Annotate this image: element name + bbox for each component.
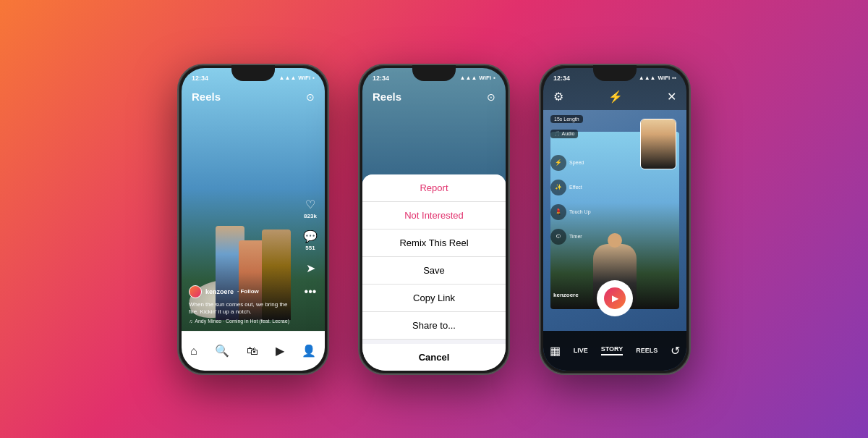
music-text: Andy Mineo · Coming in Hot (feat. Lecrae…: [195, 319, 289, 324]
close-icon[interactable]: ✕: [667, 90, 676, 104]
status-time-2: 12:34: [373, 75, 389, 82]
audio-badge: 🎵 Audio: [550, 130, 578, 138]
touchup-icon: 💄: [550, 204, 566, 220]
reels-title-1: Reels: [192, 90, 221, 103]
flash-icon[interactable]: ⚡: [608, 90, 623, 104]
bottom-nav-1: ⌂ 🔍 🛍 ▶ 👤: [182, 331, 325, 371]
phone-1: 12:34 ▲▲▲ WiFi ▪ Reels ⊙ ♡ 823k 💬 551 ➤: [177, 64, 329, 375]
status-time-3: 12:34: [553, 75, 570, 82]
cam-nav-flip-icon[interactable]: ↺: [671, 344, 680, 358]
cam-nav-live[interactable]: LIVE: [574, 347, 588, 354]
effect-tool[interactable]: ✨ Effect: [550, 180, 591, 195]
menu-item-save[interactable]: Save: [362, 257, 506, 285]
signal-icon-2: ▲▲▲: [460, 75, 477, 81]
menu-item-report[interactable]: Report: [362, 174, 506, 202]
effect-label: Effect: [569, 185, 582, 190]
shutter-button[interactable]: ▶: [597, 280, 633, 316]
context-menu: Report Not Interested Remix This Reel Sa…: [362, 174, 506, 371]
caption-text: When the sun comes out, we bring the fir…: [189, 301, 296, 316]
status-bar-1: 12:34 ▲▲▲ WiFi ▪: [182, 68, 325, 85]
status-bar-2: 12:34 ▲▲▲ WiFi ▪: [362, 68, 506, 85]
speed-tool[interactable]: ⚡ Speed: [550, 155, 591, 171]
menu-item-copy-link[interactable]: Copy Link: [362, 285, 506, 312]
bottom-caption: kenzoere · Follow When the sun comes out…: [189, 285, 296, 324]
comment-action[interactable]: 💬 551: [303, 229, 318, 251]
more-action[interactable]: •••: [305, 285, 317, 298]
length-label: Length: [563, 117, 579, 122]
thumbnail-content: [641, 119, 676, 169]
audio-label: Audio: [562, 131, 575, 136]
comment-icon: 💬: [303, 229, 318, 243]
signal-icon: ▲▲▲: [279, 75, 297, 81]
comments-count: 551: [305, 245, 315, 251]
wifi-icon-3: WiFi: [658, 75, 671, 81]
menu-item-remix[interactable]: Remix This Reel: [362, 229, 506, 257]
music-note-icon: ♫: [189, 319, 192, 324]
likes-count: 823k: [304, 213, 317, 219]
reels-top-bar-1: Reels ⊙: [182, 84, 325, 110]
wifi-icon-2: WiFi: [479, 75, 491, 81]
send-icon: ➤: [306, 261, 315, 275]
nav-reels-icon[interactable]: ▶: [276, 344, 284, 358]
like-action[interactable]: ♡ 823k: [304, 198, 317, 219]
signal-icon-3: ▲▲▲: [639, 75, 656, 81]
speed-icon: ⚡: [550, 155, 566, 171]
phone-1-screen: 12:34 ▲▲▲ WiFi ▪ Reels ⊙ ♡ 823k 💬 551 ➤: [182, 68, 325, 371]
status-bar-3: 12:34 ▲▲▲ WiFi ▪▪: [543, 68, 686, 85]
phone-3: 12:34 ▲▲▲ WiFi ▪▪ ⚙ ⚡ ✕ 15s Length: [539, 64, 691, 375]
user-line: kenzoere · Follow: [189, 285, 296, 298]
music-line: ♫ Andy Mineo · Coming in Hot (feat. Lecr…: [189, 319, 296, 324]
follow-button[interactable]: · Follow: [237, 288, 259, 295]
camera-tools: ⚡ Speed ✨ Effect 💄 Touch Up ⏲ Timer: [550, 155, 591, 245]
timer-tool[interactable]: ⏲ Timer: [550, 229, 591, 245]
nav-shop-icon[interactable]: 🛍: [247, 345, 258, 358]
camera-bottom-bar: ▦ LIVE STORY REELS ↺: [543, 331, 686, 371]
heart-icon: ♡: [305, 198, 315, 211]
camera-icon-2[interactable]: ⊙: [487, 91, 495, 103]
timer-label: Timer: [569, 234, 582, 239]
length-badge: 15s Length: [550, 115, 583, 123]
cam-nav-gallery-icon[interactable]: ▦: [550, 344, 561, 358]
nav-profile-icon[interactable]: 👤: [302, 344, 316, 358]
camera-icon-1[interactable]: ⊙: [306, 91, 315, 103]
menu-item-not-interested[interactable]: Not Interested: [362, 202, 506, 229]
status-icons-3: ▲▲▲ WiFi ▪▪: [639, 75, 676, 81]
length-icon: 15s: [554, 117, 562, 122]
username-1[interactable]: kenzoere: [205, 288, 234, 295]
phone-2-screen: 12:34 ▲▲▲ WiFi ▪ Reels ⊙ Report Not Inte…: [362, 68, 506, 371]
status-time-1: 12:34: [192, 75, 208, 82]
touchup-label: Touch Up: [569, 209, 591, 214]
battery-icon-3: ▪▪: [672, 75, 676, 81]
camera-thumbnail[interactable]: [640, 119, 676, 169]
side-actions: ♡ 823k 💬 551 ➤ •••: [303, 198, 318, 298]
battery-icon-2: ▪: [493, 75, 495, 81]
camera-top-bar: ⚙ ⚡ ✕: [543, 84, 686, 110]
cam-nav-reels[interactable]: REELS: [636, 347, 658, 354]
audio-icon: 🎵: [554, 131, 561, 136]
nav-search-icon[interactable]: 🔍: [215, 344, 229, 358]
avatar-small: [189, 285, 202, 298]
effect-icon: ✨: [550, 180, 566, 195]
status-icons-2: ▲▲▲ WiFi ▪: [460, 75, 495, 81]
timer-icon: ⏲: [550, 229, 566, 245]
phone-2: 12:34 ▲▲▲ WiFi ▪ Reels ⊙ Report Not Inte…: [358, 64, 510, 375]
more-icon: •••: [305, 285, 317, 298]
nav-home-icon[interactable]: ⌂: [190, 345, 197, 358]
menu-item-share[interactable]: Share to...: [362, 312, 506, 340]
reels-title-2: Reels: [373, 90, 401, 103]
reel-icon: ▶: [604, 287, 626, 309]
menu-item-cancel[interactable]: Cancel: [362, 344, 506, 371]
battery-icon: ▪: [312, 75, 315, 81]
wifi-icon: WiFi: [298, 75, 310, 81]
cam-username: kenzoere: [553, 292, 579, 298]
speed-label: Speed: [569, 160, 584, 165]
touchup-tool[interactable]: 💄 Touch Up: [550, 204, 591, 220]
reels-top-bar-2: Reels ⊙: [362, 84, 506, 110]
settings-icon[interactable]: ⚙: [553, 90, 563, 104]
status-icons-1: ▲▲▲ WiFi ▪: [279, 75, 315, 81]
send-action[interactable]: ➤: [306, 261, 315, 275]
phone-3-screen: 12:34 ▲▲▲ WiFi ▪▪ ⚙ ⚡ ✕ 15s Length: [543, 68, 686, 371]
cam-nav-story[interactable]: STORY: [601, 345, 624, 355]
